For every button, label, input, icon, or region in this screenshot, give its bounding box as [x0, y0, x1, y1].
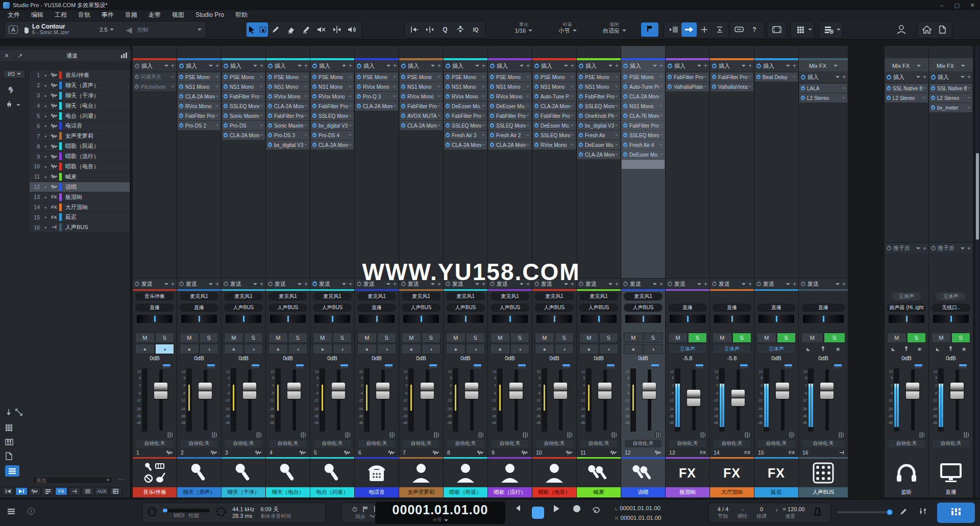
insert-slot[interactable]: ValhallaPlate — [666, 82, 709, 91]
inserts-menu-icon[interactable] — [431, 65, 435, 67]
track-row-8[interactable]: 8●唱歌（民谣） — [30, 141, 130, 152]
insert-power-icon[interactable] — [268, 75, 272, 79]
listen-tool[interactable] — [345, 22, 360, 37]
clip-indicator[interactable] — [785, 364, 792, 366]
mixfx-header[interactable]: Mix FX — [929, 60, 973, 71]
fader-value[interactable]: 0dB — [399, 355, 443, 363]
record-arm-button[interactable]: ● — [180, 344, 199, 354]
channel-name[interactable]: 唱歌（流行） — [488, 487, 532, 497]
insert-slot[interactable]: PSE Mono — [355, 72, 398, 82]
channel-name[interactable]: 女声变萝莉 — [399, 487, 443, 497]
insert-slot[interactable]: FabFilter Pro.. — [222, 92, 265, 101]
input-route[interactable]: 麦克风1 — [268, 292, 307, 300]
insert-slot[interactable]: FabFilter Pro.. — [444, 111, 487, 120]
sends-power-icon[interactable] — [668, 282, 672, 286]
channel-name[interactable]: 电话音 — [355, 487, 399, 497]
fader-value[interactable]: 0dB — [799, 355, 848, 363]
automation-mode[interactable]: 自动化:关 — [403, 440, 439, 447]
insert-slot[interactable]: NS1 Mono — [266, 82, 309, 91]
insert-slot[interactable]: FabFilter Pro.. — [622, 121, 665, 130]
insert-power-icon[interactable] — [179, 94, 183, 98]
channel-icon[interactable] — [929, 459, 973, 487]
insert-slot[interactable]: SSL Native B.. — [885, 84, 928, 93]
pan-slider[interactable] — [933, 315, 969, 323]
plug-select[interactable] — [5, 100, 23, 110]
menu-item-工程[interactable]: 工程 — [49, 11, 72, 19]
sends-menu-icon[interactable] — [253, 283, 257, 285]
monitor-button[interactable]: ◑ — [422, 344, 441, 354]
solo-button[interactable]: S — [951, 333, 971, 343]
maximize-button[interactable]: ▢ — [949, 2, 965, 9]
insert-power-icon[interactable] — [490, 85, 494, 89]
insert-slot[interactable]: CLA-2A Mono — [488, 140, 531, 149]
insert-power-icon[interactable] — [401, 75, 405, 79]
insert-power-icon[interactable] — [312, 104, 316, 108]
track-row-5[interactable]: 5●电台（闪避） — [30, 111, 130, 121]
insert-slot[interactable]: DeEsser Mo.. — [622, 150, 665, 159]
insert-power-icon[interactable] — [931, 96, 935, 100]
record-button[interactable] — [573, 505, 581, 513]
insert-slot[interactable]: CLA-2A Mono — [400, 121, 443, 130]
track-row-4[interactable]: 4●聊天（电台） — [30, 101, 130, 111]
insert-power-icon[interactable] — [534, 123, 538, 128]
add-send-button[interactable]: + — [748, 281, 752, 288]
channel-icon[interactable] — [885, 459, 928, 487]
channel-strip-直播[interactable]: Mix FX插入+SSL Native B..L2 Stereobx_meter… — [929, 46, 973, 497]
insert-slot[interactable]: RVox Mono — [266, 92, 309, 101]
quantize-q-tool[interactable]: Q — [437, 22, 453, 37]
pan-slider[interactable] — [270, 315, 306, 323]
output-route[interactable]: 人声BUS — [535, 304, 574, 312]
align-button[interactable] — [712, 22, 727, 37]
track-dot-icon[interactable]: ● — [42, 175, 49, 179]
clip-indicator[interactable] — [740, 364, 748, 366]
channel-strip-3[interactable]: 插入+PSE MonoNS1 MonoFabFilter Pro..SSLEQ … — [222, 46, 265, 497]
inserts-power-icon[interactable] — [931, 75, 936, 80]
pan-law-icon[interactable] — [210, 431, 218, 439]
pan-slider[interactable] — [803, 315, 844, 323]
channel-name[interactable]: 聊天（电台） — [266, 487, 310, 497]
automation-mode[interactable]: 自动化:关 — [314, 440, 351, 447]
insert-power-icon[interactable] — [179, 104, 183, 108]
channel-icon[interactable] — [444, 459, 487, 487]
insert-slot[interactable]: FabFilter Pro.. — [178, 111, 220, 120]
track-name[interactable]: 电台（闪避） — [65, 112, 99, 120]
monitor-button[interactable]: ◑ — [155, 344, 175, 354]
menu-item-视图[interactable]: 视图 — [166, 11, 190, 19]
automation-mode[interactable]: 自动化:关 — [625, 440, 662, 447]
fader-track[interactable] — [330, 369, 347, 431]
sends-menu-icon[interactable] — [697, 283, 701, 285]
insert-power-icon[interactable] — [179, 85, 183, 89]
insert-power-icon[interactable] — [312, 85, 316, 89]
output-route[interactable]: 人声BUS — [224, 304, 263, 312]
insert-slot[interactable]: Auto-Tune P.. — [533, 92, 576, 101]
fader-track[interactable] — [419, 369, 436, 431]
insert-slot[interactable]: Auto-Tune Pr.. — [622, 82, 665, 91]
insert-drop-slot[interactable] — [622, 160, 665, 169]
mixer-scrollbar-thumb[interactable] — [976, 153, 979, 240]
input-route[interactable]: 麦克风1 — [313, 292, 352, 300]
fader-track[interactable] — [904, 369, 921, 431]
inserts-power-icon[interactable] — [668, 64, 672, 68]
stereo-mode-button[interactable]: 立体声 — [713, 344, 751, 354]
pan-value[interactable] — [929, 324, 973, 333]
record-arm-button[interactable]: ● — [224, 344, 243, 354]
insert-slot[interactable]: SSL Native B.. — [929, 84, 972, 93]
mixfx-header[interactable]: Mix FX — [885, 60, 928, 71]
fader-track[interactable] — [507, 369, 525, 431]
track-dot-icon[interactable]: ● — [42, 73, 49, 77]
record-arm-button[interactable]: ● — [624, 344, 643, 354]
mute-button[interactable]: M — [313, 333, 332, 343]
track-dot-icon[interactable]: ● — [42, 215, 49, 219]
mute-tool[interactable] — [314, 22, 329, 37]
solo-button[interactable]: S — [244, 333, 263, 343]
input-route[interactable]: 麦克风1 — [624, 292, 663, 300]
input-route[interactable]: 麦克风1 — [579, 292, 618, 300]
clear-filter-icon[interactable]: ✕ — [106, 478, 110, 483]
insert-power-icon[interactable] — [534, 85, 538, 89]
insert-power-icon[interactable] — [135, 85, 139, 89]
channel-meter-icon[interactable] — [117, 52, 131, 59]
insert-slot[interactable]: FabFilter Pro.. — [400, 102, 443, 111]
inserts-power-icon[interactable] — [224, 64, 228, 68]
levels-button[interactable] — [919, 508, 927, 517]
track-dot-icon[interactable]: ● — [42, 114, 49, 118]
